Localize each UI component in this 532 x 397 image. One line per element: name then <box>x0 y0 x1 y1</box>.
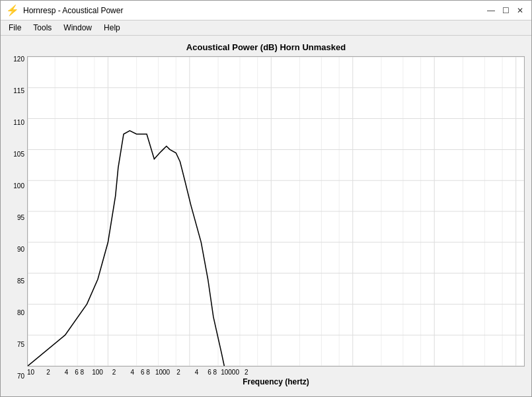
x-label-4b: 4 <box>130 369 134 376</box>
title-bar-left: ⚡ Hornresp - Acoustical Power <box>6 4 123 17</box>
minimize-button[interactable]: — <box>485 5 497 17</box>
app-icon: ⚡ <box>6 4 19 17</box>
restore-button[interactable]: ☐ <box>500 5 512 17</box>
frequency-response-curve <box>28 131 224 366</box>
y-axis-labels: 120 115 110 105 100 95 90 85 80 75 70 <box>7 56 27 393</box>
y-label-110: 110 <box>13 120 24 126</box>
x-label-2a: 2 <box>46 369 50 376</box>
x-label-2b: 2 <box>112 369 116 376</box>
x-label-1000: 1000 <box>155 369 170 376</box>
y-label-115: 115 <box>13 88 24 94</box>
menu-file[interactable]: File <box>3 22 26 34</box>
window-controls: — ☐ ✕ <box>485 5 526 17</box>
y-label-100: 100 <box>13 183 24 190</box>
x-label-4c: 4 <box>195 369 199 376</box>
x-label-4a: 4 <box>65 369 69 376</box>
menu-tools[interactable]: Tools <box>28 22 57 34</box>
menu-bar: File Tools Window Help <box>1 20 531 36</box>
title-bar: ⚡ Hornresp - Acoustical Power — ☐ ✕ <box>1 1 531 20</box>
x-label-10: 10 <box>27 369 34 376</box>
chart-container: 120 115 110 105 100 95 90 85 80 75 70 <box>7 56 525 393</box>
y-label-75: 75 <box>17 342 24 348</box>
x-label-68c: 6 8 <box>208 369 217 376</box>
y-label-70: 70 <box>17 373 24 380</box>
chart-svg <box>28 57 524 366</box>
plot-area <box>27 56 525 367</box>
menu-window[interactable]: Window <box>58 22 97 34</box>
window-title: Hornresp - Acoustical Power <box>23 6 123 15</box>
chart-title: Acoustical Power (dB) Horn Unmasked <box>7 42 525 52</box>
y-label-120: 120 <box>13 56 24 63</box>
y-label-95: 95 <box>17 215 24 221</box>
chart-inner: 10 2 4 6 8 100 2 4 6 8 1000 2 4 6 8 1000… <box>27 56 525 393</box>
y-label-90: 90 <box>17 246 24 253</box>
x-label-68b: 6 8 <box>141 369 150 376</box>
close-button[interactable]: ✕ <box>514 5 526 17</box>
x-label-68a: 6 8 <box>75 369 84 376</box>
x-label-2d: 2 <box>245 369 248 376</box>
y-label-85: 85 <box>17 278 24 285</box>
x-axis-container: 10 2 4 6 8 100 2 4 6 8 1000 2 4 6 8 1000… <box>27 367 525 393</box>
main-window: ⚡ Hornresp - Acoustical Power — ☐ ✕ File… <box>0 0 532 397</box>
y-label-105: 105 <box>13 151 24 158</box>
x-label-2c: 2 <box>176 369 180 376</box>
y-label-80: 80 <box>17 310 24 316</box>
x-label-100: 100 <box>92 369 103 376</box>
x-axis-title: Frequency (hertz) <box>27 377 525 386</box>
x-label-10000: 10000 <box>221 369 239 376</box>
menu-help[interactable]: Help <box>98 22 126 34</box>
chart-area: Acoustical Power (dB) Horn Unmasked 120 … <box>1 36 531 396</box>
